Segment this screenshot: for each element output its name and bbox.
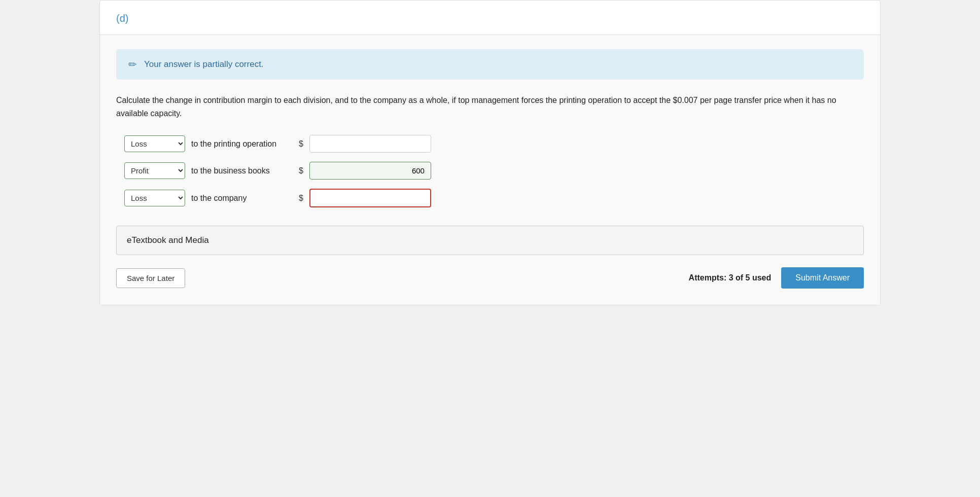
label-business: to the business books (191, 166, 293, 175)
etextbook-section: eTextbook and Media (116, 226, 864, 255)
right-footer: Attempts: 3 of 5 used Submit Answer (689, 267, 864, 289)
label-printing: to the printing operation (191, 139, 293, 149)
row-printing: Loss Profit to the printing operation $ (124, 135, 864, 153)
row-company: Loss Profit to the company $ (124, 189, 864, 207)
amount-input-printing[interactable] (309, 135, 431, 153)
dollar-printing: $ (299, 139, 303, 149)
amount-input-company[interactable] (309, 189, 431, 207)
pencil-icon: ✏ (128, 58, 137, 70)
dropdown-printing[interactable]: Loss Profit (124, 135, 185, 152)
dropdown-company[interactable]: Loss Profit (124, 190, 185, 206)
submit-answer-button[interactable]: Submit Answer (781, 267, 864, 289)
input-rows-container: Loss Profit to the printing operation $ … (124, 135, 864, 207)
part-label-row: (d) (100, 1, 880, 35)
row-business: Loss Profit to the business books $ (124, 162, 864, 180)
dropdown-business[interactable]: Loss Profit (124, 162, 185, 179)
attempts-text: Attempts: 3 of 5 used (689, 273, 772, 282)
feedback-text: Your answer is partially correct. (144, 59, 264, 69)
feedback-banner: ✏ Your answer is partially correct. (116, 49, 864, 80)
main-container: (d) ✏ Your answer is partially correct. … (99, 0, 881, 305)
dollar-business: $ (299, 166, 303, 175)
dollar-company: $ (299, 194, 303, 203)
label-company: to the company (191, 194, 293, 203)
content-area: ✏ Your answer is partially correct. Calc… (100, 35, 880, 305)
part-label: (d) (116, 13, 128, 24)
etextbook-label: eTextbook and Media (127, 235, 209, 245)
footer-row: Save for Later Attempts: 3 of 5 used Sub… (116, 267, 864, 289)
amount-input-business[interactable] (309, 162, 431, 180)
question-text: Calculate the change in contribution mar… (116, 94, 864, 120)
save-later-button[interactable]: Save for Later (116, 268, 185, 288)
